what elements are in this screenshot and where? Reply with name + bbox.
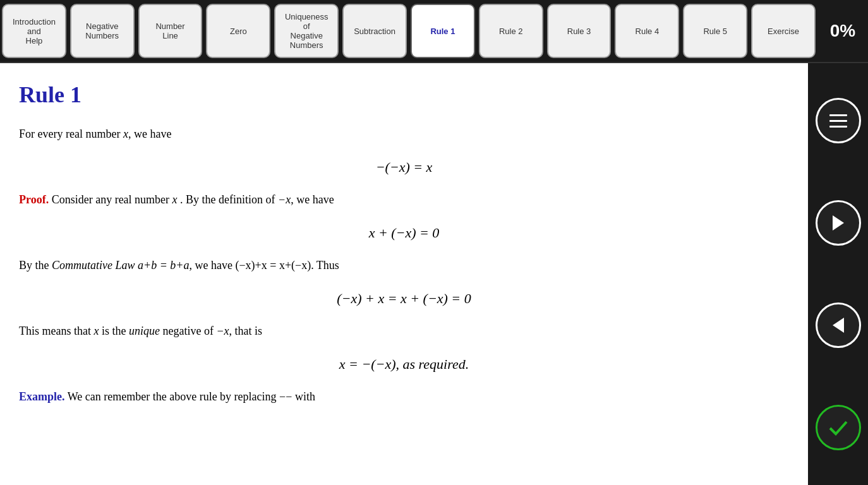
page-title: Rule 1 [19, 76, 789, 114]
tab-negative-numbers[interactable]: Negative Numbers [70, 4, 135, 58]
svg-rect-0 [829, 114, 847, 116]
proof-x1: x [172, 193, 178, 206]
tab-exercise[interactable]: Exercise [751, 4, 816, 58]
check-button[interactable] [816, 405, 861, 450]
tab-rule5[interactable]: Rule 5 [683, 4, 747, 58]
example-paragraph: Example. We can remember the above rule … [19, 387, 789, 407]
tab-rule4[interactable]: Rule 4 [615, 4, 679, 58]
unique-text3: negative of [160, 325, 216, 337]
unique-paragraph: This means that x is the unique negative… [19, 321, 789, 341]
intro-rest: , we have [128, 128, 171, 140]
commutative-paragraph: By the Commutative Law a+b = b+a, we hav… [19, 256, 789, 275]
proof-paragraph: Proof. Consider any real number x . By t… [19, 190, 789, 210]
check-icon [826, 416, 850, 440]
svg-rect-2 [829, 126, 847, 128]
intro-paragraph: For every real number x, we have [19, 124, 789, 144]
tab-uniqueness[interactable]: Uniqueness of Negative Numbers [274, 4, 339, 58]
intro-text: For every real number [19, 128, 123, 140]
unique-text4: , that is [229, 325, 263, 337]
unique-text1: This means that [19, 325, 93, 337]
commutative-text3: , we have (−x)+x = x+(−x). Thus [189, 259, 339, 272]
proof-text2: . By the definition of [178, 193, 278, 206]
unique-word: unique [129, 325, 160, 337]
proof-label: Proof. [19, 193, 49, 206]
svg-marker-4 [833, 318, 844, 333]
proof-neg-x: −x [278, 193, 291, 206]
menu-button[interactable] [816, 98, 861, 143]
tabs-container: Introduction and HelpNegative NumbersNum… [0, 0, 817, 62]
tab-bar: Introduction and HelpNegative NumbersNum… [0, 0, 868, 63]
equation2: x + (−x) = 0 [19, 221, 789, 244]
svg-rect-1 [829, 120, 847, 122]
tab-zero[interactable]: Zero [206, 4, 270, 58]
tab-subtraction[interactable]: Subtraction [342, 4, 407, 58]
proof-text1: Consider any real number [49, 193, 172, 206]
example-label: Example. [19, 390, 65, 403]
intro-x: x [123, 128, 128, 140]
unique-neg-x: −x [216, 325, 229, 337]
equation3: (−x) + x = x + (−x) = 0 [19, 287, 789, 310]
commutative-law: Commutative Law [52, 259, 135, 272]
next-icon [826, 211, 850, 235]
next-button[interactable] [816, 200, 861, 246]
tab-intro[interactable]: Introduction and Help [2, 4, 66, 58]
back-button[interactable] [816, 302, 861, 348]
tab-rule1[interactable]: Rule 1 [411, 4, 475, 58]
back-icon [826, 313, 850, 337]
main-area: Rule 1 For every real number x, we have … [0, 63, 868, 485]
content-area: Rule 1 For every real number x, we have … [0, 63, 808, 485]
proof-text3: , we have [291, 193, 334, 206]
commutative-eq: a+b = b+a [138, 259, 189, 272]
example-text: We can remember the above rule by replac… [65, 390, 315, 403]
progress-indicator: 0% [817, 0, 868, 62]
menu-icon [826, 109, 850, 133]
equation4: x = −(−x), as required. [19, 352, 789, 376]
unique-text2: is the [99, 325, 129, 337]
svg-marker-3 [833, 215, 844, 231]
commutative-text1: By the [19, 259, 52, 272]
tab-rule2[interactable]: Rule 2 [479, 4, 543, 58]
tab-rule3[interactable]: Rule 3 [547, 4, 612, 58]
sidebar [808, 63, 868, 485]
equation1: −(−x) = x [19, 155, 789, 179]
tab-number-line[interactable]: Number Line [138, 4, 203, 58]
